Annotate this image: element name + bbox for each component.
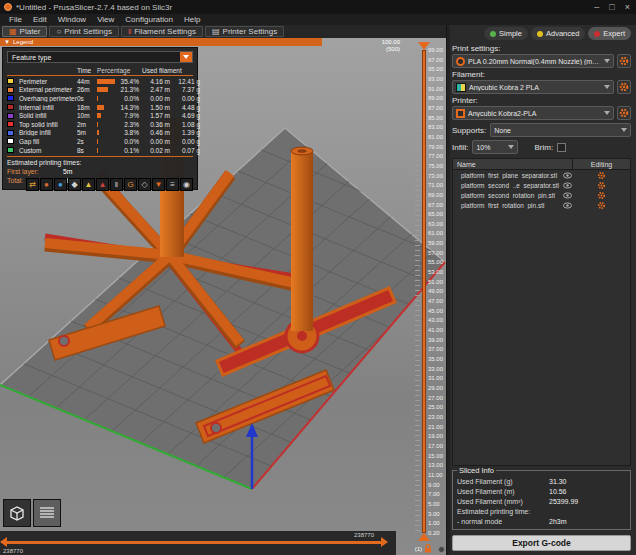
retractions-icon[interactable]: ● bbox=[40, 178, 53, 191]
ruler-tick-label: 69.00 bbox=[428, 192, 445, 198]
layer-slider-bar[interactable] bbox=[422, 50, 426, 533]
menu-item[interactable]: Configuration bbox=[120, 15, 178, 24]
mode-simple[interactable]: Simple bbox=[484, 27, 528, 40]
legend-row: Perimeter 44m 35.4% 4.16 m 12.41 g bbox=[7, 77, 193, 86]
object-rows: platform_first_plane_separator.stl bbox=[453, 170, 630, 210]
chevron-down-icon bbox=[604, 59, 610, 63]
menu-item[interactable]: View bbox=[92, 15, 119, 24]
object-row[interactable]: platform_second_..e_separator.stl bbox=[453, 180, 630, 190]
custom-gcodes-icon[interactable]: G bbox=[124, 178, 137, 191]
ruler-tick-label: 29.00 bbox=[428, 385, 445, 391]
prusaslicer-window: *Untitled - PrusaSlicer-2.7.4 based on S… bbox=[0, 0, 636, 555]
object-row[interactable]: platform_second_rotation_pin.stl bbox=[453, 190, 630, 200]
ruler-tick-label: 11.00 bbox=[428, 472, 445, 478]
object-name: platform_first_rotation_pin.stl bbox=[453, 202, 563, 209]
legend-header-strip[interactable]: ▼ Legend bbox=[0, 38, 322, 46]
ruler-tick-label: 91.00 bbox=[428, 86, 445, 92]
sliced-info-row: - normal mode 2h3m bbox=[457, 516, 626, 526]
eye-icon[interactable] bbox=[563, 192, 572, 199]
print-settings-gear-button[interactable] bbox=[617, 54, 631, 68]
feature-color-chip bbox=[7, 95, 14, 101]
lock-icon[interactable] bbox=[424, 544, 432, 553]
tool-changes-icon[interactable]: ▲ bbox=[82, 178, 95, 191]
printer-gear-button[interactable] bbox=[617, 106, 631, 120]
feature-label: External perimeter bbox=[19, 86, 77, 93]
mode-advanced[interactable]: Advanced bbox=[531, 27, 585, 40]
tab-print-settings[interactable]: ○ Print Settings bbox=[49, 26, 118, 37]
ruler-tick-label: 33.00 bbox=[428, 366, 445, 372]
legend-panel: Feature type Time Percentage Used filame… bbox=[2, 47, 198, 190]
supports-select[interactable]: None bbox=[490, 123, 631, 137]
eye-icon[interactable] bbox=[563, 172, 572, 179]
deretractions-icon[interactable]: ● bbox=[54, 178, 67, 191]
close-button[interactable]: × bbox=[625, 0, 630, 14]
sidebar-scrollbar[interactable] bbox=[447, 25, 450, 555]
brim-checkbox[interactable] bbox=[557, 143, 566, 152]
legend-toggle-icon[interactable]: ≡ bbox=[166, 178, 179, 191]
slider-settings-icon[interactable] bbox=[438, 546, 445, 553]
move-slider-right-handle[interactable] bbox=[381, 537, 388, 547]
ruler-tick-label: 99.00 bbox=[428, 47, 445, 53]
dropdown-arrow-icon[interactable] bbox=[180, 52, 192, 62]
export-gcode-button[interactable]: Export G-code bbox=[452, 535, 631, 551]
menu-item[interactable]: Edit bbox=[28, 15, 52, 24]
editor-view-cube-icon[interactable] bbox=[3, 499, 31, 527]
tab-filament-settings[interactable]: ‖ Filament Settings bbox=[121, 26, 203, 37]
ruler-tick-label: 59.00 bbox=[428, 240, 445, 246]
pause-prints-icon[interactable]: ‖ bbox=[110, 178, 123, 191]
feature-time: 44m bbox=[77, 78, 97, 85]
tab-label: Filament Settings bbox=[134, 27, 196, 36]
ruler-tick-label: 41.00 bbox=[428, 327, 445, 333]
tool-marker-icon[interactable]: ▼ bbox=[152, 178, 165, 191]
object-row[interactable]: platform_first_rotation_pin.stl bbox=[453, 200, 630, 210]
seams-icon[interactable]: ◆ bbox=[68, 178, 81, 191]
edit-gear-icon[interactable] bbox=[597, 171, 606, 180]
tab-plater[interactable]: ▦ Plater bbox=[2, 26, 47, 37]
window-controls: – □ × bbox=[594, 0, 630, 14]
object-row[interactable]: platform_first_plane_separator.stl bbox=[453, 170, 630, 180]
move-slider[interactable] bbox=[4, 541, 382, 544]
sliced-info-rows: Used Filament (g) 31.30 Used Filament (m… bbox=[457, 476, 626, 526]
feature-label: Custom bbox=[19, 147, 77, 154]
eye-icon[interactable] bbox=[563, 202, 572, 209]
edit-gear-icon[interactable] bbox=[597, 191, 606, 200]
menu-item[interactable]: File bbox=[4, 15, 27, 24]
tab-icon: ▤ bbox=[212, 28, 220, 36]
feature-weight: 1.08 g bbox=[170, 121, 200, 128]
ruler-tick-label: 7.00 bbox=[428, 491, 445, 497]
maximize-button[interactable]: □ bbox=[609, 0, 614, 14]
travel-icon[interactable]: ⇄ bbox=[26, 178, 39, 191]
estimated-times-title: Estimated printing times: bbox=[7, 159, 193, 168]
filament-select[interactable]: Anycubic Kobra 2 PLA bbox=[452, 80, 614, 94]
menu-item[interactable]: Help bbox=[179, 15, 205, 24]
filament-gear-button[interactable] bbox=[617, 80, 631, 94]
ruler-tick-label: 45.00 bbox=[428, 308, 445, 314]
feature-time: 2m bbox=[77, 121, 97, 128]
3d-viewport[interactable]: ▼ Legend Feature type Time Percentage Us… bbox=[0, 38, 446, 555]
legend-table: Perimeter 44m 35.4% 4.16 m 12.41 g Exter… bbox=[7, 77, 193, 154]
color-changes-icon[interactable]: ▲ bbox=[96, 178, 109, 191]
feature-length: 2.47 m bbox=[142, 86, 170, 93]
menu-item[interactable]: Window bbox=[53, 15, 91, 24]
sliced-info-row: Estimated printing time: bbox=[457, 506, 626, 516]
view-type-select[interactable]: Feature type bbox=[7, 51, 193, 63]
sliced-info-row: Used Filament (mm³) 25399.99 bbox=[457, 496, 626, 506]
preview-layers-icon[interactable] bbox=[33, 499, 61, 527]
mode-expert[interactable]: Expert bbox=[588, 27, 631, 40]
edit-gear-icon[interactable] bbox=[597, 201, 606, 210]
layer-slider-min: (1) bbox=[415, 544, 432, 553]
edit-gear-icon[interactable] bbox=[597, 181, 606, 190]
move-slider-left-handle[interactable] bbox=[0, 537, 7, 547]
infill-select[interactable]: 10% bbox=[472, 140, 518, 154]
print-settings-select[interactable]: PLA 0.20mm Normal(0.4mm Nozzle) (modifie… bbox=[452, 54, 614, 68]
estimated-time-icon[interactable]: ◉ bbox=[180, 178, 193, 191]
minimize-button[interactable]: – bbox=[594, 0, 599, 14]
filament-label: Filament: bbox=[452, 70, 631, 79]
sliced-info-label: Used Filament (g) bbox=[457, 478, 549, 485]
shells-icon[interactable]: ◇ bbox=[138, 178, 151, 191]
ruler-tick-label: 5.00 bbox=[428, 501, 445, 507]
tab-printer-settings[interactable]: ▤ Printer Settings bbox=[205, 26, 284, 37]
feature-bar-fill bbox=[97, 130, 99, 135]
eye-icon[interactable] bbox=[563, 182, 572, 189]
printer-select[interactable]: Anycubic Kobra2-PLA bbox=[452, 106, 614, 120]
